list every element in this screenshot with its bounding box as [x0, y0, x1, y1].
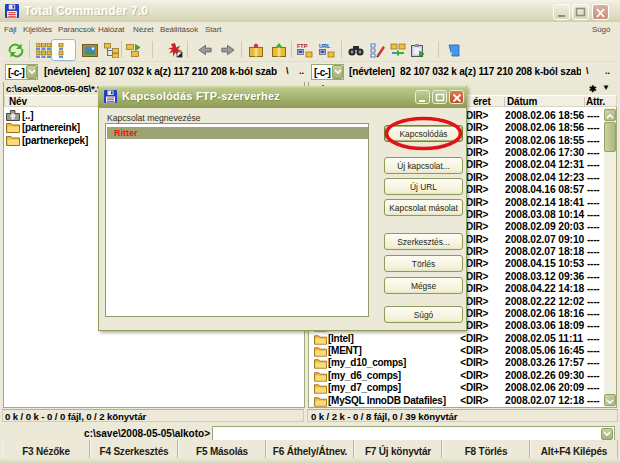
svg-text:FTP: FTP: [297, 43, 308, 49]
svg-text:URL: URL: [319, 43, 331, 49]
